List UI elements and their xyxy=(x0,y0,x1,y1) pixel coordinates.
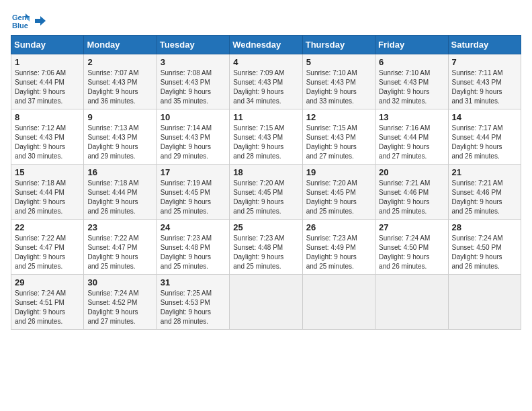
calendar-day-cell: 11Sunrise: 7:15 AM Sunset: 4:43 PM Dayli… xyxy=(230,109,302,165)
day-info: Sunrise: 7:13 AM Sunset: 4:43 PM Dayligh… xyxy=(87,124,152,161)
day-info: Sunrise: 7:17 AM Sunset: 4:44 PM Dayligh… xyxy=(452,124,517,161)
calendar-day-cell: 13Sunrise: 7:16 AM Sunset: 4:44 PM Dayli… xyxy=(375,109,448,165)
day-info: Sunrise: 7:08 AM Sunset: 4:43 PM Dayligh… xyxy=(161,68,226,106)
day-info: Sunrise: 7:20 AM Sunset: 4:45 PM Dayligh… xyxy=(233,179,298,216)
header: General Blue xyxy=(11,11,521,30)
day-number: 13 xyxy=(379,112,444,122)
day-number: 31 xyxy=(161,277,226,287)
day-number: 17 xyxy=(161,167,226,177)
day-info: Sunrise: 7:23 AM Sunset: 4:49 PM Dayligh… xyxy=(306,234,371,271)
day-info: Sunrise: 7:23 AM Sunset: 4:48 PM Dayligh… xyxy=(161,234,226,271)
calendar-day-cell: 10Sunrise: 7:14 AM Sunset: 4:43 PM Dayli… xyxy=(157,109,229,165)
day-number: 30 xyxy=(87,277,152,287)
calendar-day-cell: 3Sunrise: 7:08 AM Sunset: 4:43 PM Daylig… xyxy=(157,54,229,109)
calendar-day-cell: 28Sunrise: 7:24 AM Sunset: 4:50 PM Dayli… xyxy=(448,220,521,275)
day-info: Sunrise: 7:21 AM Sunset: 4:46 PM Dayligh… xyxy=(379,179,444,216)
day-info: Sunrise: 7:11 AM Sunset: 4:43 PM Dayligh… xyxy=(452,68,517,106)
svg-marker-4 xyxy=(35,16,46,26)
calendar-day-cell: 7Sunrise: 7:11 AM Sunset: 4:43 PM Daylig… xyxy=(448,54,521,109)
calendar-day-cell: 12Sunrise: 7:15 AM Sunset: 4:43 PM Dayli… xyxy=(302,109,375,165)
day-info: Sunrise: 7:24 AM Sunset: 4:52 PM Dayligh… xyxy=(87,289,152,326)
calendar-day-cell: 5Sunrise: 7:10 AM Sunset: 4:43 PM Daylig… xyxy=(302,54,375,109)
day-number: 29 xyxy=(15,277,80,287)
calendar-day-cell: 24Sunrise: 7:23 AM Sunset: 4:48 PM Dayli… xyxy=(157,220,229,275)
day-number: 8 xyxy=(15,112,80,122)
logo-chevron-icon xyxy=(34,15,46,27)
calendar-day-cell: 8Sunrise: 7:12 AM Sunset: 4:43 PM Daylig… xyxy=(11,109,84,165)
day-info: Sunrise: 7:12 AM Sunset: 4:43 PM Dayligh… xyxy=(15,124,80,161)
calendar-day-cell: 4Sunrise: 7:09 AM Sunset: 4:43 PM Daylig… xyxy=(230,54,302,109)
day-number: 14 xyxy=(452,112,517,122)
calendar-day-cell: 26Sunrise: 7:23 AM Sunset: 4:49 PM Dayli… xyxy=(302,220,375,275)
calendar-day-header: Tuesday xyxy=(157,36,229,54)
calendar-day-cell: 21Sunrise: 7:21 AM Sunset: 4:46 PM Dayli… xyxy=(448,165,521,220)
day-number: 28 xyxy=(452,222,517,232)
calendar-day-cell: 15Sunrise: 7:18 AM Sunset: 4:44 PM Dayli… xyxy=(11,165,84,220)
day-info: Sunrise: 7:10 AM Sunset: 4:43 PM Dayligh… xyxy=(306,68,371,106)
calendar-day-cell xyxy=(448,275,521,330)
day-info: Sunrise: 7:15 AM Sunset: 4:43 PM Dayligh… xyxy=(306,124,371,161)
calendar-day-cell: 22Sunrise: 7:22 AM Sunset: 4:47 PM Dayli… xyxy=(11,220,84,275)
calendar-week-row: 1Sunrise: 7:06 AM Sunset: 4:44 PM Daylig… xyxy=(11,54,521,109)
calendar-week-row: 8Sunrise: 7:12 AM Sunset: 4:43 PM Daylig… xyxy=(11,109,521,165)
calendar-day-cell: 31Sunrise: 7:25 AM Sunset: 4:53 PM Dayli… xyxy=(157,275,229,330)
day-number: 7 xyxy=(452,57,517,67)
day-info: Sunrise: 7:22 AM Sunset: 4:47 PM Dayligh… xyxy=(15,234,80,271)
calendar-body: 1Sunrise: 7:06 AM Sunset: 4:44 PM Daylig… xyxy=(11,54,521,330)
day-number: 16 xyxy=(87,167,152,177)
calendar-day-cell: 2Sunrise: 7:07 AM Sunset: 4:43 PM Daylig… xyxy=(84,54,157,109)
day-info: Sunrise: 7:09 AM Sunset: 4:43 PM Dayligh… xyxy=(233,68,298,106)
day-info: Sunrise: 7:25 AM Sunset: 4:53 PM Dayligh… xyxy=(161,289,226,326)
calendar-day-cell: 6Sunrise: 7:10 AM Sunset: 4:43 PM Daylig… xyxy=(375,54,448,109)
calendar-day-header: Saturday xyxy=(448,36,521,54)
day-info: Sunrise: 7:18 AM Sunset: 4:44 PM Dayligh… xyxy=(87,179,152,216)
day-info: Sunrise: 7:15 AM Sunset: 4:43 PM Dayligh… xyxy=(233,124,298,161)
day-info: Sunrise: 7:22 AM Sunset: 4:47 PM Dayligh… xyxy=(87,234,152,271)
day-info: Sunrise: 7:07 AM Sunset: 4:43 PM Dayligh… xyxy=(87,68,152,106)
day-number: 22 xyxy=(15,222,80,232)
calendar-day-header: Sunday xyxy=(11,36,84,54)
logo-icon: General Blue xyxy=(11,11,30,30)
day-info: Sunrise: 7:21 AM Sunset: 4:46 PM Dayligh… xyxy=(452,179,517,216)
calendar-day-cell: 27Sunrise: 7:24 AM Sunset: 4:50 PM Dayli… xyxy=(375,220,448,275)
calendar-day-cell xyxy=(230,275,302,330)
day-number: 10 xyxy=(161,112,226,122)
calendar-day-cell xyxy=(302,275,375,330)
calendar-day-cell: 1Sunrise: 7:06 AM Sunset: 4:44 PM Daylig… xyxy=(11,54,84,109)
calendar-day-header: Friday xyxy=(375,36,448,54)
day-info: Sunrise: 7:18 AM Sunset: 4:44 PM Dayligh… xyxy=(15,179,80,216)
calendar-day-cell: 25Sunrise: 7:23 AM Sunset: 4:48 PM Dayli… xyxy=(230,220,302,275)
day-number: 21 xyxy=(452,167,517,177)
day-number: 18 xyxy=(233,167,298,177)
day-info: Sunrise: 7:20 AM Sunset: 4:45 PM Dayligh… xyxy=(306,179,371,216)
day-info: Sunrise: 7:24 AM Sunset: 4:51 PM Dayligh… xyxy=(15,289,80,326)
calendar-day-header: Thursday xyxy=(302,36,375,54)
calendar-day-cell: 16Sunrise: 7:18 AM Sunset: 4:44 PM Dayli… xyxy=(84,165,157,220)
day-number: 23 xyxy=(87,222,152,232)
day-number: 3 xyxy=(161,57,226,67)
day-number: 26 xyxy=(306,222,371,232)
calendar-day-cell: 18Sunrise: 7:20 AM Sunset: 4:45 PM Dayli… xyxy=(230,165,302,220)
day-number: 12 xyxy=(306,112,371,122)
calendar-day-cell: 20Sunrise: 7:21 AM Sunset: 4:46 PM Dayli… xyxy=(375,165,448,220)
day-number: 4 xyxy=(233,57,298,67)
calendar-day-cell xyxy=(375,275,448,330)
day-info: Sunrise: 7:24 AM Sunset: 4:50 PM Dayligh… xyxy=(452,234,517,271)
calendar-day-header: Wednesday xyxy=(230,36,302,54)
day-number: 24 xyxy=(161,222,226,232)
day-number: 5 xyxy=(306,57,371,67)
calendar-day-cell: 14Sunrise: 7:17 AM Sunset: 4:44 PM Dayli… xyxy=(448,109,521,165)
day-number: 20 xyxy=(379,167,444,177)
day-number: 9 xyxy=(87,112,152,122)
day-info: Sunrise: 7:23 AM Sunset: 4:48 PM Dayligh… xyxy=(233,234,298,271)
day-number: 25 xyxy=(233,222,298,232)
calendar-day-cell: 23Sunrise: 7:22 AM Sunset: 4:47 PM Dayli… xyxy=(84,220,157,275)
day-info: Sunrise: 7:24 AM Sunset: 4:50 PM Dayligh… xyxy=(379,234,444,271)
calendar-header: SundayMondayTuesdayWednesdayThursdayFrid… xyxy=(11,36,521,54)
day-info: Sunrise: 7:16 AM Sunset: 4:44 PM Dayligh… xyxy=(379,124,444,161)
logo: General Blue xyxy=(11,11,46,30)
calendar-day-cell: 9Sunrise: 7:13 AM Sunset: 4:43 PM Daylig… xyxy=(84,109,157,165)
calendar-week-row: 15Sunrise: 7:18 AM Sunset: 4:44 PM Dayli… xyxy=(11,165,521,220)
day-number: 6 xyxy=(379,57,444,67)
svg-text:Blue: Blue xyxy=(12,21,28,30)
